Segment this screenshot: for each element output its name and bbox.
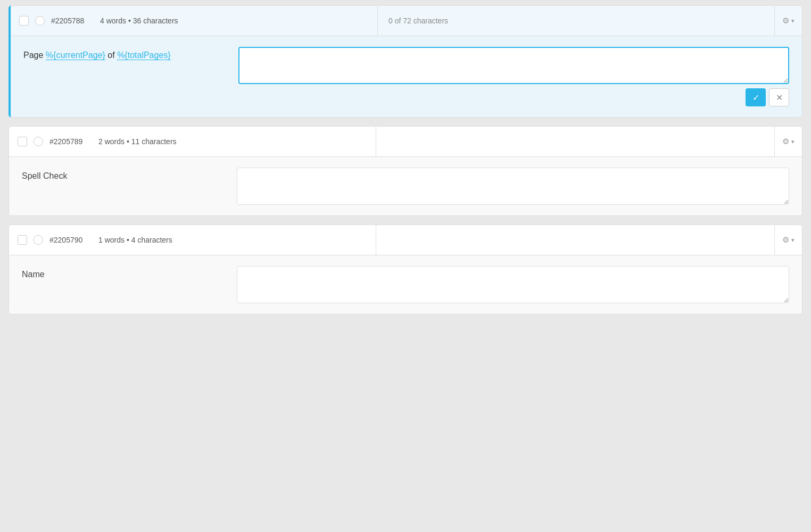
radio-3[interactable]	[34, 235, 43, 245]
total-pages-link[interactable]: %{totalPages}	[117, 51, 171, 60]
checkbox-3[interactable]	[18, 235, 27, 245]
source-text-2: Spell Check	[22, 168, 224, 182]
chevron-icon-3: ▾	[791, 237, 795, 244]
word-count-3: 1 words • 4 characters	[98, 236, 172, 244]
item-id-3: #2205790	[49, 236, 92, 244]
header-left-2: #2205789 2 words • 11 characters	[9, 127, 376, 156]
char-count-3	[376, 225, 774, 255]
checkbox-2[interactable]	[18, 137, 27, 146]
translation-input-1[interactable]	[238, 47, 789, 84]
confirm-button-1[interactable]: ✓	[746, 88, 766, 106]
gear-icon-3: ⚙	[782, 235, 789, 245]
header-left-3: #2205790 1 words • 4 characters	[9, 225, 376, 255]
translation-input-3[interactable]	[237, 266, 789, 303]
card-body-2: Spell Check	[9, 157, 802, 215]
item-id-2: #2205789	[49, 137, 92, 146]
radio-2[interactable]	[34, 137, 43, 146]
word-count-2: 2 words • 11 characters	[98, 137, 177, 146]
translation-area-1: ✓ ✕	[238, 47, 789, 106]
source-text-1: Page %{currentPage} of %{totalPages}	[23, 47, 226, 62]
action-buttons-1: ✓ ✕	[238, 88, 789, 106]
translation-card-1: #2205788 4 words • 36 characters 0 of 72…	[9, 5, 802, 118]
translation-input-2[interactable]	[237, 168, 789, 205]
current-page-link[interactable]: %{currentPage}	[46, 51, 105, 60]
settings-button-3[interactable]: ⚙ ▾	[774, 225, 802, 255]
settings-button-2[interactable]: ⚙ ▾	[774, 127, 802, 156]
translation-area-3	[237, 266, 789, 303]
source-text-3: Name	[22, 266, 224, 281]
translation-card-2: #2205789 2 words • 11 characters ⚙ ▾ Spe…	[9, 126, 802, 216]
chevron-icon-2: ▾	[791, 138, 795, 145]
radio-1[interactable]	[35, 16, 45, 26]
item-id-1: #2205788	[51, 16, 94, 25]
word-count-1: 4 words • 36 characters	[100, 16, 178, 25]
translation-card-3: #2205790 1 words • 4 characters ⚙ ▾ Name	[9, 225, 802, 314]
char-count-2	[376, 127, 774, 156]
gear-icon-2: ⚙	[782, 137, 789, 146]
card-header-1: #2205788 4 words • 36 characters 0 of 72…	[11, 6, 802, 36]
header-left-1: #2205788 4 words • 36 characters	[11, 6, 378, 36]
chevron-icon-1: ▾	[791, 18, 795, 24]
card-body-1: Page %{currentPage} of %{totalPages} ✓ ✕	[11, 36, 802, 117]
translation-area-2	[237, 168, 789, 205]
char-count-1: 0 of 72 characters	[378, 6, 774, 36]
card-header-2: #2205789 2 words • 11 characters ⚙ ▾	[9, 127, 802, 157]
checkbox-1[interactable]	[19, 16, 29, 26]
settings-button-1[interactable]: ⚙ ▾	[774, 6, 802, 36]
card-header-3: #2205790 1 words • 4 characters ⚙ ▾	[9, 225, 802, 255]
cancel-button-1[interactable]: ✕	[769, 88, 789, 106]
gear-icon-1: ⚙	[782, 16, 789, 26]
card-body-3: Name	[9, 255, 802, 314]
